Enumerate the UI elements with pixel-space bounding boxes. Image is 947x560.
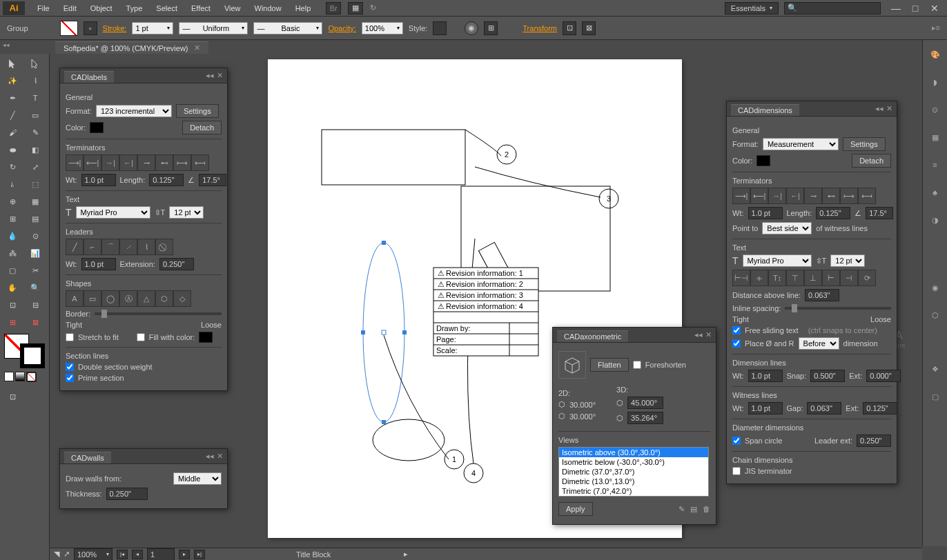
freeslide-checkbox[interactable]: Free sliding text(ctrl snaps to center) <box>732 326 891 334</box>
fill-swatch[interactable] <box>60 21 78 36</box>
term-6[interactable]: ⊷ <box>155 154 173 171</box>
menu-select[interactable]: Select <box>149 0 184 17</box>
caddim-tab[interactable]: CADdimensions <box>731 104 799 116</box>
menu-view[interactable]: View <box>217 0 248 17</box>
menu-help[interactable]: Help <box>289 0 318 17</box>
page-input[interactable] <box>147 548 175 561</box>
brushes-panel-icon[interactable]: ⊙ <box>928 102 943 117</box>
line-tool[interactable]: ╱ <box>1 107 23 123</box>
shape-3[interactable]: ◯ <box>101 290 119 307</box>
snap-input[interactable] <box>810 370 845 382</box>
collapse-icon[interactable]: ◂◂ <box>875 104 883 113</box>
shape-2[interactable]: ▭ <box>84 290 101 307</box>
color2-swatch[interactable] <box>756 155 770 166</box>
leaderext-input[interactable] <box>857 434 891 447</box>
cad-tool-1[interactable]: ⊡ <box>1 297 23 313</box>
leader-4[interactable]: ⟋ <box>119 239 137 255</box>
symbols-panel-icon[interactable]: ▦ <box>928 130 943 145</box>
term-3[interactable]: →| <box>101 154 119 171</box>
menu-edit[interactable]: Edit <box>57 0 84 17</box>
cad-tool-3[interactable]: ⊞ <box>1 314 23 330</box>
color-mode-swatches[interactable] <box>4 372 36 381</box>
menu-object[interactable]: Object <box>84 0 119 17</box>
term-4[interactable]: ←| <box>119 154 137 171</box>
fill-stroke-control[interactable] <box>4 334 45 368</box>
width-tool[interactable]: ⫰ <box>1 176 23 192</box>
cube-icon-1[interactable]: ⬡ <box>558 400 565 409</box>
ext-input[interactable] <box>159 258 194 270</box>
length-input[interactable] <box>149 174 184 186</box>
fill-color-swatch[interactable] <box>199 332 213 343</box>
shape-6[interactable]: ⬡ <box>155 290 173 307</box>
flatten-button[interactable]: Flatten <box>590 358 629 372</box>
cadwalls-tab[interactable]: CADwalls <box>64 452 111 463</box>
sync-icon[interactable]: ↻ <box>370 3 376 12</box>
nav-last[interactable]: ▸| <box>194 550 205 559</box>
thickness-input[interactable] <box>106 488 148 500</box>
hand-tool[interactable]: ✋ <box>1 279 23 296</box>
term-7[interactable]: ⟼ <box>173 154 191 171</box>
new-icon[interactable]: ▤ <box>690 505 697 514</box>
collapse-icon[interactable]: ◂◂ <box>206 452 214 461</box>
pen-tool[interactable]: ✒ <box>1 90 23 106</box>
t4[interactable]: ←| <box>786 188 804 204</box>
leader-6[interactable]: ⃠ <box>155 239 173 255</box>
p5[interactable]: ⊥ <box>804 270 822 286</box>
collapse-icon[interactable]: ◂◂ <box>694 330 703 339</box>
ext2-input[interactable] <box>866 370 901 382</box>
pointto-dd[interactable]: Best side <box>762 222 812 234</box>
nav-first[interactable]: |◂ <box>117 550 128 559</box>
list-item[interactable]: Trimetric (7.0°,42.0°) <box>559 486 708 496</box>
3d-angle1-input[interactable] <box>627 397 663 409</box>
maximize-button[interactable]: □ <box>906 2 925 14</box>
menu-window[interactable]: Window <box>248 0 289 17</box>
3d-angle2-input[interactable] <box>627 412 663 424</box>
spancircle-checkbox[interactable]: Span circle <box>732 437 782 445</box>
drawwalls-dd[interactable]: Middle <box>173 472 222 485</box>
cad-tool-4[interactable]: ⊠ <box>24 314 46 330</box>
placeor-checkbox[interactable]: Place Ø and R <box>732 339 794 348</box>
shape-5[interactable]: △ <box>137 290 155 307</box>
layers-panel-icon[interactable]: ❖ <box>928 361 943 377</box>
foreshorten-checkbox[interactable]: Foreshorten <box>633 361 686 369</box>
t5[interactable]: ⊸ <box>804 188 822 204</box>
p8[interactable]: ⟳ <box>858 270 876 286</box>
selection-tool[interactable] <box>1 55 23 72</box>
close-button[interactable]: ✕ <box>925 2 944 14</box>
appearance-panel-icon[interactable]: ◉ <box>928 280 943 295</box>
artboard-tool[interactable]: ▢ <box>1 262 23 279</box>
zoom-out-icon[interactable]: ◥ <box>54 550 59 559</box>
zoom-dd[interactable]: 100%▾ <box>74 548 113 561</box>
pencil-icon[interactable]: ✎ <box>678 505 685 514</box>
scale-tool[interactable]: ⤢ <box>24 159 46 175</box>
size-dd[interactable]: 12 pt <box>169 206 204 219</box>
wt5-input[interactable] <box>748 402 783 414</box>
blob-brush-tool[interactable]: ⬬ <box>1 141 23 158</box>
cube-icon-2[interactable]: ⬡ <box>558 412 565 421</box>
transform-1[interactable]: ⊡ <box>563 21 576 35</box>
term-1[interactable]: ⟶| <box>66 154 84 171</box>
graph-tool[interactable]: 📊 <box>24 245 46 261</box>
screen-mode-tool[interactable]: ⊡ <box>1 388 23 405</box>
close-icon[interactable]: ✕ <box>886 104 892 113</box>
settings-button[interactable]: Settings <box>176 104 219 118</box>
p4[interactable]: ⊤ <box>786 270 804 286</box>
gap-input[interactable] <box>807 402 841 414</box>
format2-dd[interactable]: Measurement <box>763 138 839 150</box>
t2[interactable]: ⟵| <box>750 188 768 204</box>
cadlabels-tab[interactable]: CADlabels <box>64 71 114 83</box>
align-button[interactable]: ⊞ <box>484 21 498 35</box>
workspace-selector[interactable]: Essentials▾ <box>725 2 779 14</box>
detach2-button[interactable]: Detach <box>852 154 891 168</box>
leader-1[interactable]: ╱ <box>66 239 84 255</box>
font-dd[interactable]: Myriad Pro <box>76 206 150 219</box>
nav-prev[interactable]: ◂ <box>132 550 143 559</box>
t6[interactable]: ⊷ <box>822 188 840 204</box>
pencil-tool[interactable]: ✎ <box>24 124 46 141</box>
opacity-label[interactable]: Opacity: <box>328 24 355 32</box>
color-swatch[interactable] <box>90 122 104 133</box>
term-8[interactable]: ⟻ <box>191 154 209 171</box>
list-item[interactable]: Isometric above (30.0°,30.0°) <box>559 448 708 457</box>
wt2-input[interactable] <box>81 258 116 270</box>
free-transform-tool[interactable]: ⬚ <box>24 176 46 192</box>
